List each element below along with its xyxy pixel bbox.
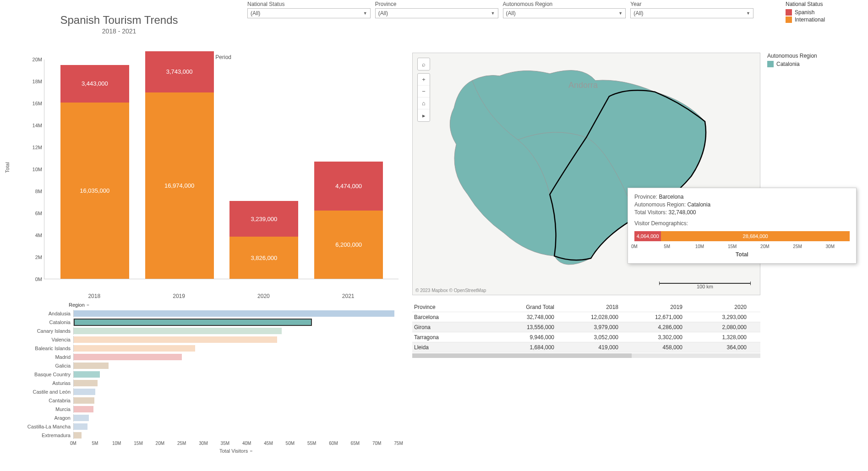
table-row[interactable]: Girona13,556,0003,979,0004,286,0002,080,… <box>412 322 760 332</box>
legend-item-international[interactable]: International <box>786 16 859 23</box>
region-row-balearic-islands[interactable]: Balearic Islands <box>9 344 399 352</box>
filter-select-year[interactable]: (All) <box>630 8 753 18</box>
map-home-button[interactable]: ⌂ <box>418 97 430 109</box>
tt-label: Province: <box>634 194 657 200</box>
filter-select-province[interactable]: (All) <box>375 8 498 18</box>
stacked-bar-chart[interactable]: Period Total 0M2M4M6M8M10M12M14M16M18M20… <box>18 60 399 298</box>
th-2020[interactable]: 2020 <box>696 304 760 310</box>
th-2019[interactable]: 2019 <box>632 304 696 310</box>
filter-label: Autonomous Region <box>503 1 626 7</box>
table-horizontal-scrollbar[interactable] <box>412 353 760 358</box>
legend-label: Catalonia <box>776 61 800 67</box>
region-row-cantabria[interactable]: Cantabria <box>9 396 399 405</box>
region-row-asturias[interactable]: Asturias <box>9 379 399 387</box>
filter-select-national-status[interactable]: (All) <box>247 8 371 18</box>
tt-label: Autonomous Region: <box>634 201 686 208</box>
th-province[interactable]: Province <box>412 304 504 310</box>
region-label: Castilla-La Mancha <box>9 424 73 429</box>
region-label: Galicia <box>9 363 73 368</box>
map-toolbar: ⌕ + − ⌂ ▸ <box>417 58 430 122</box>
td-number: 32,748,000 <box>504 314 568 320</box>
legend-item-spanish[interactable]: Spanish <box>786 9 859 16</box>
td-province: Girona <box>412 324 504 330</box>
chart-plot: 3,443,00016,035,0003,743,00016,974,0003,… <box>44 60 399 279</box>
tt-bar-international: 28,684,000 <box>661 231 850 241</box>
region-row-castile-and-león[interactable]: Castile and León <box>9 388 399 396</box>
td-number: 9,946,000 <box>504 334 568 341</box>
home-icon: ⌂ <box>422 100 426 107</box>
filter-label: National Status <box>247 1 371 7</box>
y-axis-label: Total <box>5 162 10 173</box>
region-row-murcia[interactable]: Murcia <box>9 405 399 413</box>
table-header-row: Province Grand Total 2018 2019 2020 <box>412 302 760 312</box>
region-row-catalonia[interactable]: Catalonia <box>9 318 399 326</box>
td-number: 3,293,000 <box>696 314 760 320</box>
title-main: Spanish Tourism Trends <box>27 14 211 27</box>
region-row-madrid[interactable]: Madrid <box>9 353 399 361</box>
map-legend: Autonomous Region Catalonia <box>767 53 859 68</box>
tt-bar-spanish: 4,064,000 <box>634 231 661 241</box>
province-table[interactable]: Province Grand Total 2018 2019 2020 Barc… <box>412 302 760 358</box>
scroll-thumb[interactable] <box>412 353 632 358</box>
region-label: Cantabria <box>9 398 73 403</box>
region-label: Andalusia <box>9 311 73 316</box>
region-label: Canary Islands <box>9 328 73 334</box>
map-zoom-in-button[interactable]: + <box>418 74 430 86</box>
play-icon: ▸ <box>422 112 426 119</box>
tooltip-axis: 0M5M10M15M20M25M30MTotal <box>634 244 850 258</box>
td-number: 419,000 <box>568 344 632 351</box>
region-row-basque-country[interactable]: Basque Country <box>9 370 399 379</box>
tt-demo-label: Visitor Demographics: <box>634 220 850 227</box>
map-attribution: © 2023 Mapbox © OpenStreetMap <box>415 288 486 293</box>
region-row-castilla-la-mancha[interactable]: Castilla-La Mancha <box>9 422 399 431</box>
region-row-galicia[interactable]: Galicia <box>9 362 399 370</box>
filter-province: Province (All) <box>375 1 498 18</box>
region-row-aragon[interactable]: Aragon <box>9 414 399 422</box>
map-zoom-out-button[interactable]: − <box>418 86 430 97</box>
filter-select-autonomous-region[interactable]: (All) <box>503 8 626 18</box>
bar-2021[interactable]: 4,474,0006,200,000 <box>314 162 383 279</box>
legend-swatch-orange <box>786 16 792 23</box>
map-scale-label: 100 km <box>697 284 713 289</box>
td-province: Tarragona <box>412 334 504 341</box>
th-2018[interactable]: 2018 <box>568 304 632 310</box>
region-label: Extremadura <box>9 433 73 438</box>
td-province: Barcelona <box>412 314 504 320</box>
region-label: Murcia <box>9 406 73 412</box>
td-number: 1,684,000 <box>504 344 568 351</box>
dashboard-title: Spanish Tourism Trends 2018 - 2021 <box>27 14 211 35</box>
legend-item-catalonia[interactable]: Catalonia <box>767 61 859 67</box>
td-number: 3,052,000 <box>568 334 632 341</box>
filter-autonomous-region: Autonomous Region (All) <box>503 1 626 18</box>
table-row[interactable]: Lleida1,684,000419,000458,000364,000 <box>412 342 760 352</box>
filter-label: Year <box>630 1 753 7</box>
map-label-andorra: Andorra <box>568 81 598 90</box>
map-search-button[interactable]: ⌕ <box>418 58 430 70</box>
table-row[interactable]: Barcelona32,748,00012,028,00012,671,0003… <box>412 312 760 322</box>
th-grand-total[interactable]: Grand Total <box>504 304 568 310</box>
td-number: 13,556,000 <box>504 324 568 330</box>
region-bar-chart[interactable]: Region AndalusiaCataloniaCanary IslandsV… <box>9 302 399 462</box>
td-number: 3,979,000 <box>568 324 632 330</box>
filter-national-status: National Status (All) <box>247 1 371 18</box>
map-play-button[interactable]: ▸ <box>418 109 430 121</box>
region-label: Valencia <box>9 337 73 342</box>
bar-2019[interactable]: 3,743,00016,974,000 <box>145 51 214 279</box>
table-row[interactable]: Tarragona9,946,0003,052,0003,302,0001,32… <box>412 332 760 342</box>
bar-2018[interactable]: 3,443,00016,035,000 <box>60 65 129 279</box>
filter-year: Year (All) <box>630 1 753 18</box>
region-x-axis: 0M5M10M15M20M25M30M35M40M45M50M55M60M65M… <box>73 440 399 454</box>
region-label: Madrid <box>9 354 73 360</box>
region-axis-label: Region <box>69 302 399 308</box>
region-row-andalusia[interactable]: Andalusia <box>9 309 399 318</box>
y-axis: 0M2M4M6M8M10M12M14M16M18M20M <box>26 60 44 279</box>
bar-2020[interactable]: 3,239,0003,826,000 <box>229 201 298 279</box>
td-number: 12,671,000 <box>632 314 696 320</box>
map-scale: 100 km <box>659 283 751 289</box>
tt-label: Total Visitors: <box>634 209 667 216</box>
region-row-valencia[interactable]: Valencia <box>9 336 399 344</box>
region-row-canary-islands[interactable]: Canary Islands <box>9 327 399 335</box>
td-province: Lleida <box>412 344 504 351</box>
tt-value: Catalonia <box>687 201 710 208</box>
region-row-extremadura[interactable]: Extremadura <box>9 431 399 439</box>
